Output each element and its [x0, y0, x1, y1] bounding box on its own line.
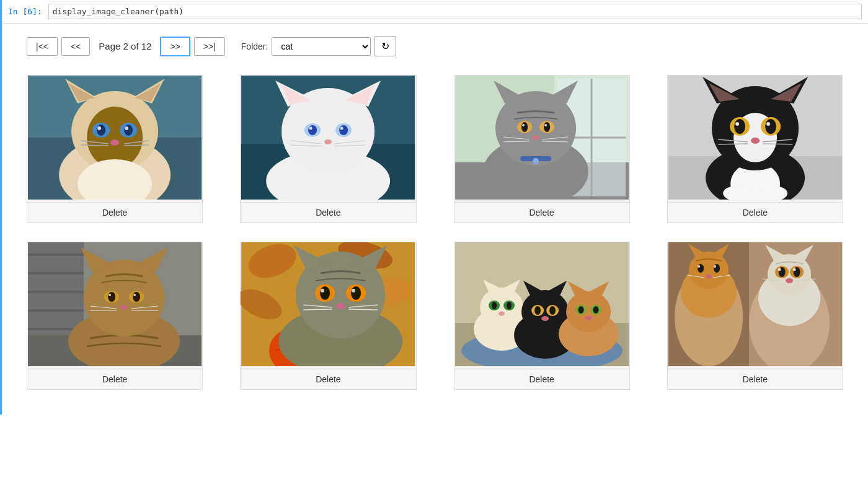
delete-button-7[interactable]: Delete	[454, 369, 630, 390]
cat-image-2	[241, 76, 415, 200]
image-wrapper-2	[240, 75, 416, 203]
svg-point-176	[706, 275, 712, 279]
image-card: Delete	[240, 242, 416, 390]
svg-point-77	[734, 119, 745, 134]
svg-point-78	[765, 119, 776, 134]
last-page-button[interactable]: >>|	[194, 37, 225, 56]
svg-point-160	[593, 306, 598, 314]
cat-image-7	[454, 242, 629, 366]
delete-button-5[interactable]: Delete	[27, 369, 203, 390]
svg-point-174	[698, 265, 700, 268]
svg-point-123	[320, 286, 330, 300]
image-card: Delete	[667, 75, 843, 223]
cat-image-8	[668, 242, 843, 366]
svg-point-189	[792, 268, 795, 271]
svg-point-105	[133, 294, 136, 296]
notebook-cell: In [6]: display_image_cleaner(path) |<< …	[0, 0, 868, 415]
svg-point-102	[108, 292, 115, 302]
svg-point-127	[336, 303, 345, 309]
svg-point-150	[534, 306, 541, 315]
svg-point-106	[120, 305, 128, 310]
delete-button-4[interactable]: Delete	[667, 203, 843, 223]
svg-point-136	[480, 288, 523, 327]
svg-point-125	[321, 289, 324, 292]
svg-point-13	[97, 126, 101, 130]
svg-point-14	[125, 126, 128, 130]
svg-point-79	[735, 122, 739, 126]
svg-point-31	[308, 125, 317, 135]
svg-point-161	[585, 316, 591, 320]
image-card: Delete	[27, 75, 203, 223]
images-grid: Delete	[27, 75, 843, 390]
cell-output: |<< << Page 2 of 12 >> >>| Folder: cat d…	[2, 24, 868, 415]
svg-line-129	[303, 309, 332, 310]
svg-point-41	[337, 181, 368, 200]
delete-button-3[interactable]: Delete	[454, 203, 630, 223]
svg-point-188	[777, 268, 781, 271]
cell-code: display_image_cleaner(path)	[48, 4, 862, 19]
image-wrapper-5	[27, 242, 203, 369]
svg-line-17	[81, 145, 108, 146]
svg-point-57	[544, 124, 547, 126]
svg-point-35	[324, 139, 332, 144]
image-card: Delete	[240, 75, 416, 223]
folder-label: Folder:	[241, 42, 268, 51]
image-wrapper-1	[27, 75, 203, 203]
svg-point-80	[766, 122, 770, 126]
pagination-bar: |<< << Page 2 of 12 >> >>| Folder: cat d…	[27, 36, 843, 56]
svg-point-154	[566, 291, 611, 332]
next-page-button[interactable]: >>	[160, 37, 190, 56]
cat-image-3	[454, 76, 629, 200]
svg-point-12	[124, 125, 133, 136]
svg-point-143	[498, 312, 505, 316]
svg-point-151	[549, 306, 556, 315]
svg-point-81	[751, 138, 760, 144]
svg-point-15	[110, 139, 119, 146]
folder-select[interactable]: cat dog bird rabbit	[272, 37, 371, 56]
cat-image-1	[27, 76, 202, 200]
image-card: Delete	[454, 242, 630, 390]
cell-label: In [6]:	[8, 7, 42, 16]
delete-button-6[interactable]: Delete	[240, 369, 416, 390]
image-wrapper-3	[454, 75, 630, 203]
svg-point-56	[522, 124, 525, 126]
svg-point-190	[786, 278, 793, 283]
svg-point-54	[521, 122, 528, 132]
svg-point-126	[352, 289, 355, 292]
svg-point-175	[714, 265, 716, 268]
svg-point-58	[532, 135, 539, 140]
svg-point-152	[541, 316, 549, 321]
svg-point-141	[492, 302, 497, 309]
svg-point-142	[507, 302, 512, 309]
svg-line-19	[124, 145, 149, 146]
delete-button-2[interactable]: Delete	[240, 203, 416, 223]
image-wrapper-4	[667, 75, 843, 203]
svg-point-40	[288, 181, 319, 200]
first-page-button[interactable]: |<<	[27, 37, 58, 56]
svg-point-124	[351, 286, 361, 300]
image-card: Delete	[667, 242, 843, 390]
image-wrapper-8	[667, 242, 843, 369]
cat-image-5	[27, 242, 202, 366]
svg-point-103	[133, 292, 140, 302]
svg-point-104	[108, 294, 111, 296]
svg-point-33	[309, 127, 312, 130]
svg-line-83	[718, 144, 748, 144]
svg-point-159	[578, 306, 583, 314]
svg-point-34	[340, 127, 343, 130]
delete-button-8[interactable]: Delete	[667, 369, 843, 390]
refresh-button[interactable]: ↻	[374, 36, 396, 56]
svg-point-32	[339, 125, 348, 135]
delete-button-1[interactable]: Delete	[27, 203, 203, 223]
page-info: Page 2 of 12	[99, 41, 151, 51]
cat-image-6	[241, 242, 415, 366]
svg-point-60	[533, 158, 539, 164]
cell-input-bar: In [6]: display_image_cleaner(path)	[2, 0, 868, 24]
prev-page-button[interactable]: <<	[61, 37, 90, 56]
image-card: Delete	[27, 242, 203, 390]
image-card: Delete	[454, 75, 630, 223]
image-wrapper-6	[240, 242, 416, 369]
svg-line-131	[348, 309, 378, 310]
svg-point-97	[84, 260, 164, 336]
svg-point-11	[97, 125, 105, 136]
